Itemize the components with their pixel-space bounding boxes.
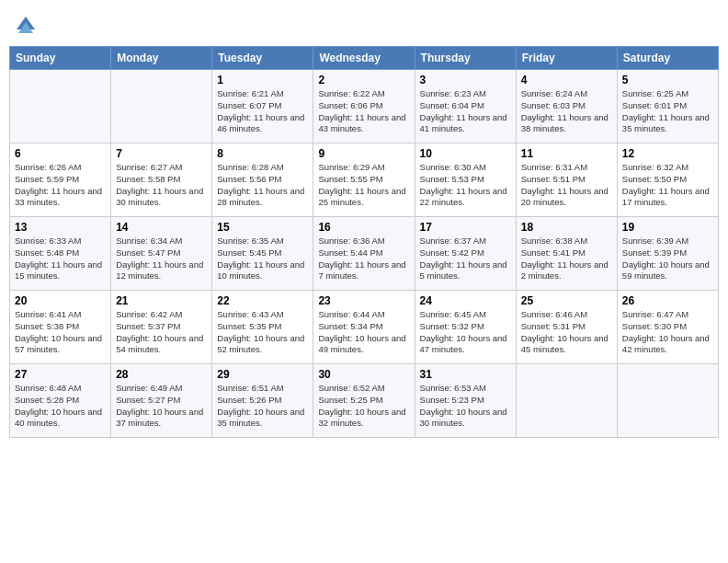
weekday-header-row: SundayMondayTuesdayWednesdayThursdayFrid…	[10, 47, 719, 70]
day-number: 9	[318, 147, 409, 160]
day-info: Sunrise: 6:23 AM Sunset: 6:04 PM Dayligh…	[420, 88, 511, 135]
day-info: Sunrise: 6:27 AM Sunset: 5:58 PM Dayligh…	[116, 162, 207, 209]
day-info: Sunrise: 6:21 AM Sunset: 6:07 PM Dayligh…	[217, 88, 308, 135]
day-cell: 14Sunrise: 6:34 AM Sunset: 5:47 PM Dayli…	[111, 217, 212, 291]
day-info: Sunrise: 6:46 AM Sunset: 5:31 PM Dayligh…	[521, 309, 612, 356]
day-number: 6	[15, 147, 106, 160]
day-cell: 13Sunrise: 6:33 AM Sunset: 5:48 PM Dayli…	[10, 217, 111, 291]
day-cell: 10Sunrise: 6:30 AM Sunset: 5:53 PM Dayli…	[415, 144, 516, 217]
day-number: 18	[521, 221, 612, 234]
day-info: Sunrise: 6:38 AM Sunset: 5:41 PM Dayligh…	[521, 236, 612, 282]
day-cell: 28Sunrise: 6:49 AM Sunset: 5:27 PM Dayli…	[111, 364, 212, 438]
page-header	[9, 9, 719, 39]
day-number: 20	[15, 294, 106, 307]
day-info: Sunrise: 6:43 AM Sunset: 5:35 PM Dayligh…	[217, 309, 308, 356]
day-cell: 30Sunrise: 6:52 AM Sunset: 5:25 PM Dayli…	[313, 364, 415, 438]
day-number: 31	[420, 368, 511, 381]
day-info: Sunrise: 6:37 AM Sunset: 5:42 PM Dayligh…	[420, 236, 511, 282]
day-cell: 20Sunrise: 6:41 AM Sunset: 5:38 PM Dayli…	[10, 291, 111, 364]
day-info: Sunrise: 6:48 AM Sunset: 5:28 PM Dayligh…	[15, 383, 106, 430]
day-info: Sunrise: 6:26 AM Sunset: 5:59 PM Dayligh…	[15, 162, 106, 209]
calendar-table: SundayMondayTuesdayWednesdayThursdayFrid…	[9, 46, 719, 438]
day-info: Sunrise: 6:52 AM Sunset: 5:25 PM Dayligh…	[318, 383, 409, 430]
day-cell: 26Sunrise: 6:47 AM Sunset: 5:30 PM Dayli…	[617, 291, 718, 364]
weekday-header-tuesday: Tuesday	[212, 47, 313, 70]
day-number: 8	[217, 147, 308, 160]
day-info: Sunrise: 6:41 AM Sunset: 5:38 PM Dayligh…	[15, 309, 106, 356]
day-number: 5	[622, 74, 713, 86]
day-cell: 6Sunrise: 6:26 AM Sunset: 5:59 PM Daylig…	[10, 144, 111, 217]
day-cell: 1Sunrise: 6:21 AM Sunset: 6:07 PM Daylig…	[212, 70, 313, 144]
day-number: 25	[521, 294, 612, 307]
day-number: 28	[116, 368, 207, 381]
weekday-header-friday: Friday	[516, 47, 617, 70]
day-cell: 9Sunrise: 6:29 AM Sunset: 5:55 PM Daylig…	[313, 144, 415, 217]
day-info: Sunrise: 6:42 AM Sunset: 5:37 PM Dayligh…	[116, 309, 207, 356]
day-cell: 21Sunrise: 6:42 AM Sunset: 5:37 PM Dayli…	[111, 291, 212, 364]
day-number: 7	[116, 147, 207, 160]
day-cell: 27Sunrise: 6:48 AM Sunset: 5:28 PM Dayli…	[10, 364, 111, 438]
day-number: 4	[521, 74, 612, 86]
logo-icon	[13, 13, 39, 39]
weekday-header-sunday: Sunday	[10, 47, 111, 70]
day-info: Sunrise: 6:24 AM Sunset: 6:03 PM Dayligh…	[521, 88, 612, 135]
day-cell: 2Sunrise: 6:22 AM Sunset: 6:06 PM Daylig…	[313, 70, 415, 144]
day-number: 26	[622, 294, 713, 307]
day-info: Sunrise: 6:53 AM Sunset: 5:23 PM Dayligh…	[420, 383, 511, 430]
day-cell: 4Sunrise: 6:24 AM Sunset: 6:03 PM Daylig…	[516, 70, 617, 144]
day-info: Sunrise: 6:45 AM Sunset: 5:32 PM Dayligh…	[420, 309, 511, 356]
day-info: Sunrise: 6:31 AM Sunset: 5:51 PM Dayligh…	[521, 162, 612, 209]
day-cell: 29Sunrise: 6:51 AM Sunset: 5:26 PM Dayli…	[212, 364, 313, 438]
day-info: Sunrise: 6:34 AM Sunset: 5:47 PM Dayligh…	[116, 236, 207, 282]
day-info: Sunrise: 6:47 AM Sunset: 5:30 PM Dayligh…	[622, 309, 713, 356]
day-cell: 16Sunrise: 6:36 AM Sunset: 5:44 PM Dayli…	[313, 217, 415, 291]
day-cell: 8Sunrise: 6:28 AM Sunset: 5:56 PM Daylig…	[212, 144, 313, 217]
day-number: 22	[217, 294, 308, 307]
day-number: 30	[318, 368, 409, 381]
day-number: 24	[420, 294, 511, 307]
day-cell: 18Sunrise: 6:38 AM Sunset: 5:41 PM Dayli…	[516, 217, 617, 291]
day-info: Sunrise: 6:30 AM Sunset: 5:53 PM Dayligh…	[420, 162, 511, 209]
day-number: 19	[622, 221, 713, 234]
day-number: 12	[622, 147, 713, 160]
day-cell: 11Sunrise: 6:31 AM Sunset: 5:51 PM Dayli…	[516, 144, 617, 217]
day-number: 17	[420, 221, 511, 234]
day-number: 21	[116, 294, 207, 307]
day-cell: 7Sunrise: 6:27 AM Sunset: 5:58 PM Daylig…	[111, 144, 212, 217]
day-cell: 15Sunrise: 6:35 AM Sunset: 5:45 PM Dayli…	[212, 217, 313, 291]
day-number: 13	[15, 221, 106, 234]
week-row-2: 6Sunrise: 6:26 AM Sunset: 5:59 PM Daylig…	[10, 144, 719, 217]
day-cell	[10, 70, 111, 144]
day-cell: 19Sunrise: 6:39 AM Sunset: 5:39 PM Dayli…	[617, 217, 718, 291]
day-cell: 24Sunrise: 6:45 AM Sunset: 5:32 PM Dayli…	[415, 291, 516, 364]
day-number: 23	[318, 294, 409, 307]
day-info: Sunrise: 6:22 AM Sunset: 6:06 PM Dayligh…	[318, 88, 409, 135]
day-cell: 5Sunrise: 6:25 AM Sunset: 6:01 PM Daylig…	[617, 70, 718, 144]
day-info: Sunrise: 6:28 AM Sunset: 5:56 PM Dayligh…	[217, 162, 308, 209]
day-cell: 31Sunrise: 6:53 AM Sunset: 5:23 PM Dayli…	[415, 364, 516, 438]
day-cell	[617, 364, 718, 438]
day-info: Sunrise: 6:32 AM Sunset: 5:50 PM Dayligh…	[622, 162, 713, 209]
day-number: 3	[420, 74, 511, 86]
day-number: 10	[420, 147, 511, 160]
weekday-header-monday: Monday	[111, 47, 212, 70]
weekday-header-thursday: Thursday	[415, 47, 516, 70]
day-number: 29	[217, 368, 308, 381]
day-info: Sunrise: 6:51 AM Sunset: 5:26 PM Dayligh…	[217, 383, 308, 430]
day-cell	[111, 70, 212, 144]
day-cell: 22Sunrise: 6:43 AM Sunset: 5:35 PM Dayli…	[212, 291, 313, 364]
day-number: 1	[217, 74, 308, 86]
day-number: 2	[318, 74, 409, 86]
logo	[13, 13, 42, 39]
weekday-header-saturday: Saturday	[617, 47, 718, 70]
day-cell: 25Sunrise: 6:46 AM Sunset: 5:31 PM Dayli…	[516, 291, 617, 364]
day-cell: 12Sunrise: 6:32 AM Sunset: 5:50 PM Dayli…	[617, 144, 718, 217]
day-cell: 23Sunrise: 6:44 AM Sunset: 5:34 PM Dayli…	[313, 291, 415, 364]
week-row-5: 27Sunrise: 6:48 AM Sunset: 5:28 PM Dayli…	[10, 364, 719, 438]
day-number: 16	[318, 221, 409, 234]
day-info: Sunrise: 6:44 AM Sunset: 5:34 PM Dayligh…	[318, 309, 409, 356]
day-number: 11	[521, 147, 612, 160]
day-info: Sunrise: 6:49 AM Sunset: 5:27 PM Dayligh…	[116, 383, 207, 430]
day-cell: 3Sunrise: 6:23 AM Sunset: 6:04 PM Daylig…	[415, 70, 516, 144]
day-number: 15	[217, 221, 308, 234]
